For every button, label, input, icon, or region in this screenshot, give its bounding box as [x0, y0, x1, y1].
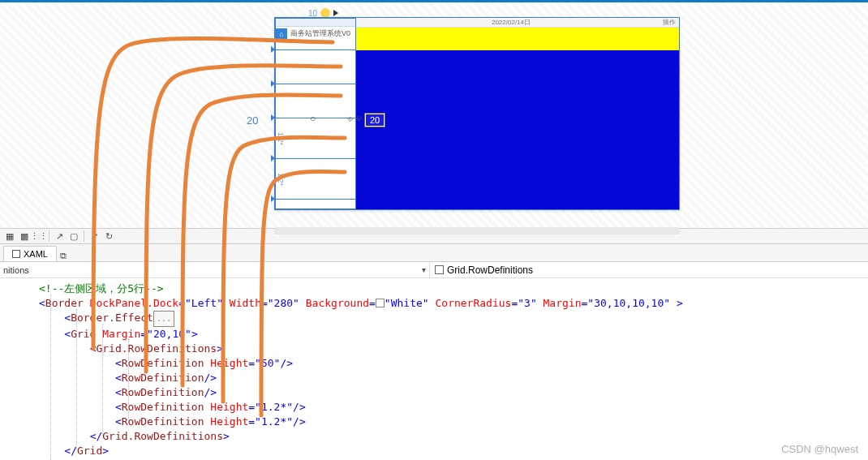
- blue-region: [356, 50, 679, 209]
- preview-header: 2022/02/14日 操作: [356, 18, 679, 28]
- ruler-number: 10: [308, 9, 317, 18]
- horizontal-scrollbar[interactable]: [274, 227, 680, 234]
- code-editor[interactable]: <!--左侧区域，分5行--> <Border DockPanel.Dock="…: [0, 278, 868, 460]
- xaml-file-icon: [12, 250, 20, 258]
- designer-side-number: 20: [247, 114, 258, 127]
- yellow-region: [356, 28, 679, 50]
- code-line: <Border DockPanel.Dock="Left" Width="280…: [0, 296, 868, 311]
- arrow-icon[interactable]: ↗: [53, 230, 66, 243]
- separator: [49, 230, 49, 242]
- code-line: <RowDefinition/>: [0, 385, 868, 400]
- code-line: </Grid>: [0, 444, 868, 458]
- tab-label: XAML: [24, 249, 48, 259]
- code-line: <RowDefinition/>: [0, 371, 868, 385]
- breadcrumb-bar: nitions ▾ Grid.RowDefinitions: [0, 262, 868, 278]
- design-canvas[interactable]: ⌂ 商务站管理系统V0 1.2* 1.2* ⟐ ○ 2022/02/14日 操作: [274, 17, 680, 210]
- chevron-down-icon[interactable]: ▾: [422, 265, 426, 274]
- code-line: <RowDefinition Height="50"/>: [0, 356, 868, 371]
- code-line: <!--左侧区域，分5行-->: [0, 282, 868, 296]
- breadcrumb-left[interactable]: nitions ▾: [0, 262, 430, 277]
- row-label: 1.2*: [277, 173, 285, 186]
- tab-xaml[interactable]: XAML: [3, 246, 57, 261]
- home-icon[interactable]: ⌂: [276, 28, 287, 40]
- grid-row-line[interactable]: [276, 84, 355, 84]
- collapse-box[interactable]: ...: [153, 311, 174, 327]
- row-label: 1.2*: [277, 132, 285, 145]
- panel-title: 商务站管理系统V0: [290, 28, 350, 39]
- left-panel-design[interactable]: ⌂ 商务站管理系统V0 1.2* 1.2* ⟐ ○: [275, 18, 356, 209]
- color-swatch-icon: [376, 299, 385, 307]
- refresh-icon[interactable]: ↻: [102, 230, 115, 243]
- selection-size-badge: 20: [365, 114, 385, 127]
- tab-bar: XAML ⧉: [0, 244, 868, 262]
- code-line: </Grid.RowDefinitions>: [0, 429, 868, 444]
- grid-row-line[interactable]: [276, 199, 355, 200]
- grid-icon[interactable]: ▦: [3, 230, 16, 243]
- panel-header: [276, 19, 355, 27]
- code-line: <RowDefinition Height="1.2*"/>: [0, 415, 868, 429]
- selection-handle[interactable]: ○: [310, 113, 321, 124]
- expand-icon[interactable]: ⤢: [88, 230, 101, 243]
- grid-row-line[interactable]: [276, 49, 355, 50]
- element-icon: [435, 265, 444, 274]
- separator: [84, 230, 84, 242]
- grid-dense-icon[interactable]: ▩: [18, 230, 31, 243]
- code-line: <Grid.RowDefinitions>: [0, 342, 868, 356]
- popout-icon[interactable]: ⧉: [60, 251, 67, 261]
- breadcrumb-right[interactable]: Grid.RowDefinitions: [430, 262, 868, 277]
- dots-icon[interactable]: ⋮⋮: [32, 230, 45, 243]
- play-icon[interactable]: [333, 10, 338, 16]
- code-line: <Border.Effect...: [0, 311, 868, 327]
- grid-row-line[interactable]: [276, 158, 355, 159]
- box-icon[interactable]: ▢: [67, 230, 80, 243]
- watermark: CSDN @hqwest: [781, 443, 858, 455]
- preview-panel: 2022/02/14日 操作: [356, 18, 679, 209]
- code-line: <RowDefinition Height="1.2*"/>: [0, 400, 868, 415]
- code-line: <Grid Margin="20,10">: [0, 327, 868, 342]
- designer-surface[interactable]: 10 20 ⌂ 商务站管理系统V0 1.2* 1.2* ⟐ ○ 2: [0, 2, 868, 228]
